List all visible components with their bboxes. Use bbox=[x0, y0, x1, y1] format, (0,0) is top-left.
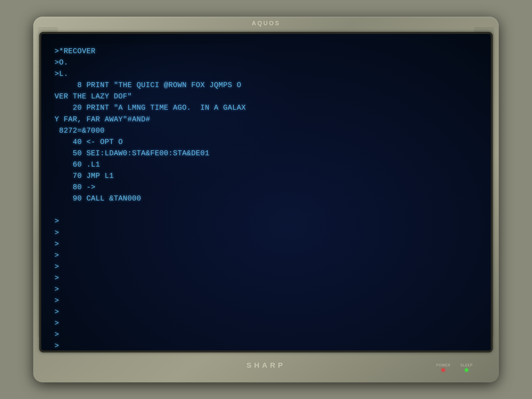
monitor-bottom: SHARP POWER SLEEP bbox=[39, 356, 493, 373]
sleep-label: SLEEP bbox=[461, 363, 473, 367]
monitor: AQUOS >*RECOVER >O. >L. 8 PRINT "THE QUI… bbox=[33, 17, 499, 382]
terminal-output: >*RECOVER >O. >L. 8 PRINT "THE QUICI @RO… bbox=[55, 46, 477, 352]
brand-bottom-label: SHARP bbox=[246, 361, 285, 370]
power-control: POWER bbox=[436, 363, 451, 372]
controls-panel: POWER SLEEP bbox=[436, 363, 473, 372]
screen-bezel: >*RECOVER >O. >L. 8 PRINT "THE QUICI @RO… bbox=[39, 32, 493, 352]
screen: >*RECOVER >O. >L. 8 PRINT "THE QUICI @RO… bbox=[41, 34, 491, 350]
sleep-indicator[interactable] bbox=[465, 368, 468, 372]
sleep-control: SLEEP bbox=[461, 363, 473, 372]
brand-top-label: AQUOS bbox=[252, 20, 280, 27]
power-label: POWER bbox=[436, 363, 451, 367]
power-indicator[interactable] bbox=[442, 368, 445, 372]
